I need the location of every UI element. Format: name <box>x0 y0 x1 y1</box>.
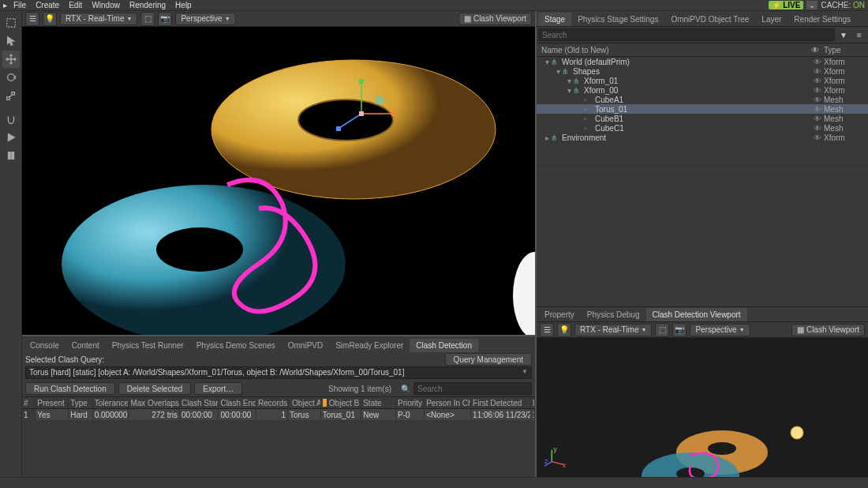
cv-perspective-button[interactable]: Perspective ▼ <box>690 324 750 336</box>
visibility-icon[interactable]: 👁 <box>811 133 824 142</box>
tree-node-label: Xform_00 <box>584 86 811 95</box>
menubar: ▸ File Create Edit Window Rendering Help… <box>0 0 868 11</box>
tree-header: Name (Old to New) 👁 Type <box>537 43 868 57</box>
viewport-menu-icon[interactable]: ☰ <box>25 12 39 26</box>
tab-stage[interactable]: Stage <box>538 13 571 26</box>
visibility-icon[interactable]: 👁 <box>811 67 824 76</box>
viewport-bulb-icon[interactable]: 💡 <box>43 12 57 26</box>
viewport-stage-icon[interactable]: ⬚ <box>140 12 155 26</box>
table-row[interactable]: 1 Yes Hard 0.000000 272 tris 00:00:00 00… <box>22 409 535 420</box>
svg-point-19 <box>513 252 535 335</box>
rtx-mode-button[interactable]: RTX - Real-Time ▼ <box>60 13 137 25</box>
clash-search-input[interactable] <box>413 382 532 395</box>
visibility-icon[interactable]: 👁 <box>811 86 824 95</box>
options-icon[interactable]: ≡ <box>852 28 866 42</box>
tree-row[interactable]: ▫CubeC1👁Mesh <box>537 123 868 133</box>
svg-point-10 <box>156 227 243 272</box>
tree-node-icon: ▫ <box>584 124 593 133</box>
perspective-button[interactable]: Perspective ▼ <box>175 13 235 25</box>
svg-rect-17 <box>359 111 364 116</box>
visibility-icon[interactable]: 👁 <box>811 58 824 66</box>
tree-caret-icon[interactable]: ▾ <box>565 86 573 95</box>
run-clash-button[interactable]: Run Clash Detection <box>25 382 115 395</box>
tree-header-type[interactable]: Type <box>824 46 863 54</box>
tool-select-box-icon[interactable] <box>2 14 20 32</box>
visibility-icon[interactable]: 👁 <box>811 77 824 85</box>
cv-camera-icon[interactable]: 📷 <box>672 323 687 337</box>
tree-node-type: Mesh <box>824 96 863 104</box>
tab-property[interactable]: Property <box>538 308 581 321</box>
visibility-icon[interactable]: 👁 <box>811 114 824 123</box>
menu-file[interactable]: File <box>9 1 31 9</box>
tree-node-label: World (defaultPrim) <box>562 58 811 66</box>
tab-physics-stage[interactable]: Physics Stage Settings <box>571 13 664 26</box>
tab-clash-detection[interactable]: Clash Detection <box>410 339 478 352</box>
query-management-button[interactable]: Query Management <box>445 353 532 366</box>
tab-layer[interactable]: Layer <box>755 13 788 26</box>
tree-row[interactable]: ▾⋔Xform_01👁Xform <box>537 76 868 85</box>
tree-row[interactable]: ▾⋔World (defaultPrim)👁Xform <box>537 57 868 66</box>
tree-node-icon: ⋔ <box>551 133 560 142</box>
tab-render-settings[interactable]: Render Settings <box>788 13 857 26</box>
tree-header-name[interactable]: Name (Old to New) <box>541 46 811 54</box>
cv-rtx-button[interactable]: RTX - Real-Time ▼ <box>574 324 652 336</box>
tree-row[interactable]: ▫CubeB1👁Mesh <box>537 114 868 123</box>
svg-rect-15 <box>359 79 364 84</box>
tab-physics-demo[interactable]: Physics Demo Scenes <box>190 339 282 352</box>
tab-simready[interactable]: SimReady Explorer <box>329 339 410 352</box>
viewport-camera-icon[interactable]: 📷 <box>158 12 172 26</box>
tool-sidebar <box>0 11 22 477</box>
visibility-icon[interactable]: 👁 <box>811 105 824 114</box>
tool-snap-icon[interactable] <box>2 111 20 128</box>
stage-tree[interactable]: ▾⋔World (defaultPrim)👁Xform▾⋔Shapes👁Xfor… <box>537 57 868 167</box>
clash-detection-viewport[interactable]: y x z <box>537 338 868 477</box>
live-badge[interactable]: ⚡LIVE <box>769 1 803 9</box>
tab-content[interactable]: Content <box>65 339 106 352</box>
tool-scale-icon[interactable] <box>2 87 20 104</box>
visibility-icon[interactable]: 👁 <box>811 96 824 104</box>
menu-rendering[interactable]: Rendering <box>125 1 170 9</box>
tab-omnipvd-tree[interactable]: OmniPVD Object Tree <box>664 13 755 26</box>
cv-clash-button[interactable]: ▦ Clash Viewport <box>791 324 865 336</box>
tree-caret-icon[interactable]: ▸ <box>543 133 551 142</box>
menu-help[interactable]: Help <box>170 1 196 9</box>
menu-window[interactable]: Window <box>87 1 125 9</box>
export-button[interactable]: Export… <box>194 382 242 395</box>
menu-caret[interactable]: ▸ <box>2 1 9 9</box>
menu-create[interactable]: Create <box>31 1 64 9</box>
tab-omnipvd[interactable]: OmniPVD <box>282 339 329 352</box>
tree-caret-icon[interactable]: ▾ <box>554 67 562 76</box>
visibility-icon[interactable]: 👁 <box>811 124 824 133</box>
cv-axis-gizmo-icon: y x z <box>544 447 567 469</box>
tree-node-icon: ⋔ <box>573 86 582 95</box>
tree-row[interactable]: ▫Torus_01👁Mesh <box>537 104 868 114</box>
tree-node-label: Torus_01 <box>595 105 811 114</box>
tab-physics-debug[interactable]: Physics Debug <box>581 308 646 321</box>
stage-search-input[interactable] <box>538 28 835 41</box>
menu-edit[interactable]: Edit <box>64 1 87 9</box>
tool-pause-icon[interactable] <box>2 147 20 164</box>
tree-caret-icon[interactable]: ▾ <box>543 58 551 66</box>
cv-stage-icon[interactable]: ⬚ <box>655 323 669 337</box>
filter-icon[interactable]: ▼ <box>836 28 851 42</box>
visibility-header-icon: 👁 <box>811 46 824 54</box>
tree-row[interactable]: ▾⋔Xform_00👁Xform <box>537 85 868 95</box>
tab-console[interactable]: Console <box>24 339 65 352</box>
clash-viewport-button[interactable]: ▦ Clash Viewport <box>458 13 532 25</box>
tool-rotate-icon[interactable] <box>2 69 20 86</box>
svg-point-27 <box>708 442 736 455</box>
tree-row[interactable]: ▾⋔Shapes👁Xform <box>537 66 868 76</box>
clash-query-dropdown[interactable]: Torus [hard] [static] [object A: /World/… <box>25 366 532 379</box>
tree-row[interactable]: ▫CubeA1👁Mesh <box>537 95 868 104</box>
live-dropdown[interactable]: ⌄ <box>806 1 817 9</box>
cv-menu-icon[interactable]: ☰ <box>540 323 554 337</box>
cv-bulb-icon[interactable]: 💡 <box>557 323 571 337</box>
tab-physics-test[interactable]: Physics Test Runner <box>106 339 190 352</box>
tree-caret-icon[interactable]: ▾ <box>565 77 573 85</box>
tree-row[interactable]: ▸⋔Environment👁Xform <box>537 133 868 142</box>
tool-move-icon[interactable] <box>2 51 20 68</box>
tab-clash-viewport[interactable]: Clash Detection Viewport <box>646 308 747 321</box>
tool-play-icon[interactable] <box>2 129 20 146</box>
tool-arrow-icon[interactable] <box>2 32 20 50</box>
delete-selected-button[interactable]: Delete Selected <box>118 382 192 395</box>
